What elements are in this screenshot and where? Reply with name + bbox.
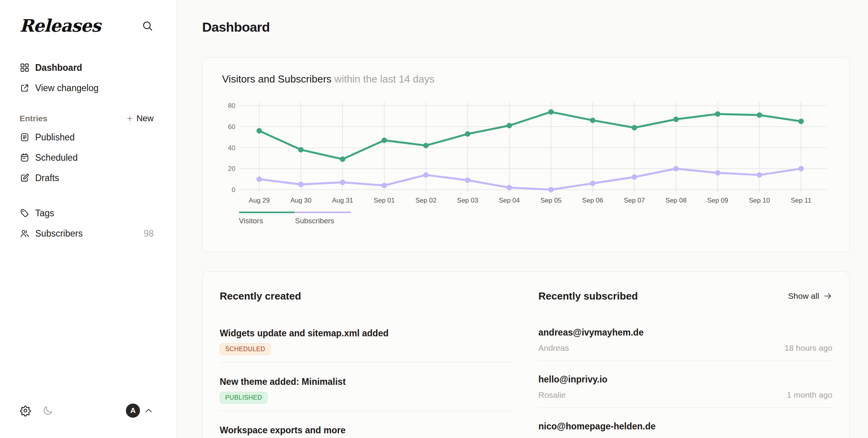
- entries-section-header: Entries New: [20, 110, 154, 127]
- status-badge: PUBLISHED: [220, 392, 267, 404]
- tag-icon: [20, 208, 30, 218]
- sidebar-main-nav: DashboardView changelog: [20, 57, 154, 98]
- svg-text:80: 80: [228, 102, 235, 110]
- entries-section-label: Entries: [20, 114, 47, 123]
- svg-text:Sep 01: Sep 01: [374, 197, 395, 204]
- sidebar-item-label: Tags: [35, 208, 54, 219]
- subscriber-meta: Rosalie1 month ago: [538, 390, 832, 400]
- avatar[interactable]: A: [126, 404, 140, 418]
- created-entry-row[interactable]: New theme added: MinimalistPUBLISHED: [220, 363, 514, 411]
- chevron-up-icon: [143, 406, 154, 416]
- sidebar: Releases DashboardView changelog Entries…: [0, 0, 177, 438]
- sidebar-item-drafts[interactable]: Drafts: [20, 168, 154, 188]
- svg-text:Sep 06: Sep 06: [582, 197, 603, 204]
- entry-title: New theme added: Minimalist: [220, 377, 514, 387]
- svg-text:Sep 08: Sep 08: [665, 197, 687, 204]
- new-entry-label: New: [136, 113, 154, 124]
- document-icon: [20, 132, 30, 142]
- subscribed-time: 18 hours ago: [784, 343, 832, 353]
- account-menu-button[interactable]: [143, 406, 154, 416]
- chart-card-title: Visitors and Subscribers within the last…: [222, 73, 849, 85]
- svg-text:0: 0: [232, 186, 235, 194]
- sidebar-item-label: Subscribers: [35, 228, 82, 239]
- entry-title: Workspace exports and more: [220, 425, 514, 436]
- svg-text:Sep 04: Sep 04: [499, 197, 520, 204]
- subscriber-row[interactable]: andreas@ivymayhem.deAndreas18 hours ago: [538, 314, 832, 361]
- recently-created-column: Recently created Widgets update and site…: [220, 289, 514, 438]
- sidebar-item-dashboard[interactable]: Dashboard: [20, 57, 154, 78]
- visitors-subscribers-line-chart: Aug 29Aug 30Aug 31Sep 01Sep 02Sep 03Sep …: [225, 95, 842, 228]
- moon-icon: [42, 405, 53, 416]
- svg-text:Sep 05: Sep 05: [540, 197, 561, 204]
- subscriber-row[interactable]: hello@inprivy.ioRosalie1 month ago: [538, 361, 832, 408]
- sidebar-item-label: Scheduled: [35, 153, 78, 163]
- theme-toggle-button[interactable]: [42, 405, 53, 416]
- recently-subscribed-column: Recently subscribed Show all andreas@ivy…: [538, 289, 832, 438]
- users-icon: [20, 228, 30, 239]
- subscriber-name: Rosalie: [538, 390, 566, 400]
- svg-text:Aug 29: Aug 29: [249, 197, 270, 204]
- arrow-right-icon: [823, 291, 832, 301]
- status-badge: SCHEDULED: [220, 343, 271, 355]
- app-logo: Releases: [20, 16, 100, 36]
- recently-created-header: Recently created: [220, 289, 514, 303]
- pencil-square-icon: [20, 173, 30, 183]
- search-button[interactable]: [141, 20, 154, 32]
- sidebar-item-view-changelog[interactable]: View changelog: [20, 78, 154, 98]
- recently-created-title: Recently created: [220, 290, 301, 302]
- svg-text:Aug 31: Aug 31: [332, 197, 353, 204]
- sidebar-spacer: [20, 244, 154, 404]
- recently-created-list: Widgets update and sitemap.xml addedSCHE…: [220, 314, 514, 438]
- calendar-icon: [20, 153, 30, 163]
- account-menu: A: [126, 404, 154, 418]
- nav-spacer: [20, 188, 154, 203]
- svg-text:40: 40: [228, 144, 235, 152]
- recently-subscribed-list: andreas@ivymayhem.deAndreas18 hours agoh…: [538, 314, 832, 438]
- settings-button[interactable]: [20, 405, 31, 416]
- subscriber-count-badge: 98: [143, 228, 154, 239]
- sidebar-item-label: Drafts: [35, 173, 59, 183]
- created-entry-row[interactable]: Widgets update and sitemap.xml addedSCHE…: [220, 314, 514, 363]
- recently-subscribed-header: Recently subscribed Show all: [538, 289, 832, 303]
- main-content: Dashboard Visitors and Subscribers withi…: [177, 0, 868, 438]
- svg-text:Sep 07: Sep 07: [624, 197, 645, 204]
- sidebar-item-label: View changelog: [35, 83, 99, 93]
- plus-icon: [126, 115, 134, 122]
- svg-text:Sep 02: Sep 02: [415, 197, 436, 204]
- show-all-link[interactable]: Show all: [788, 291, 832, 301]
- subscriber-email: nico@homepage-helden.de: [538, 421, 832, 432]
- sidebar-item-subscribers[interactable]: Subscribers98: [20, 223, 154, 244]
- recently-subscribed-title: Recently subscribed: [538, 290, 638, 302]
- external-link-icon: [20, 83, 30, 93]
- subscriber-email: hello@inprivy.io: [538, 374, 832, 385]
- gear-icon: [20, 405, 31, 416]
- sidebar-entries-nav: PublishedScheduledDrafts: [20, 127, 154, 188]
- lists-card: Recently created Widgets update and site…: [202, 271, 850, 438]
- sidebar-item-published[interactable]: Published: [20, 127, 154, 147]
- svg-text:Aug 30: Aug 30: [291, 197, 312, 204]
- new-entry-button[interactable]: New: [126, 113, 154, 124]
- chart-title-sub: within the last 14 days: [334, 73, 434, 85]
- sidebar-item-label: Published: [35, 132, 75, 143]
- entry-title: Widgets update and sitemap.xml added: [220, 328, 514, 339]
- subscriber-name: Andreas: [538, 343, 569, 353]
- subscriber-row[interactable]: nico@homepage-helden.deNico1 month ago: [538, 408, 832, 438]
- svg-text:Subscribers: Subscribers: [295, 217, 334, 225]
- created-entry-row[interactable]: Workspace exports and moreDRAFT: [220, 411, 514, 438]
- sidebar-item-tags[interactable]: Tags: [20, 203, 154, 223]
- svg-text:60: 60: [228, 123, 235, 131]
- sidebar-library-nav: TagsSubscribers98: [20, 203, 154, 244]
- svg-text:Visitors: Visitors: [239, 217, 263, 225]
- chart-title-main: Visitors and Subscribers: [222, 73, 332, 85]
- sidebar-footer: A: [20, 404, 154, 418]
- sidebar-header: Releases: [20, 16, 154, 36]
- show-all-label: Show all: [788, 291, 819, 301]
- search-icon: [141, 20, 154, 32]
- sidebar-item-scheduled[interactable]: Scheduled: [20, 147, 154, 168]
- chart-card: Visitors and Subscribers within the last…: [202, 57, 850, 252]
- subscriber-email: andreas@ivymayhem.de: [538, 327, 832, 338]
- svg-text:Sep 03: Sep 03: [457, 197, 478, 204]
- subscribed-time: 1 month ago: [787, 390, 832, 400]
- svg-text:20: 20: [228, 165, 235, 172]
- grid-icon: [20, 63, 30, 73]
